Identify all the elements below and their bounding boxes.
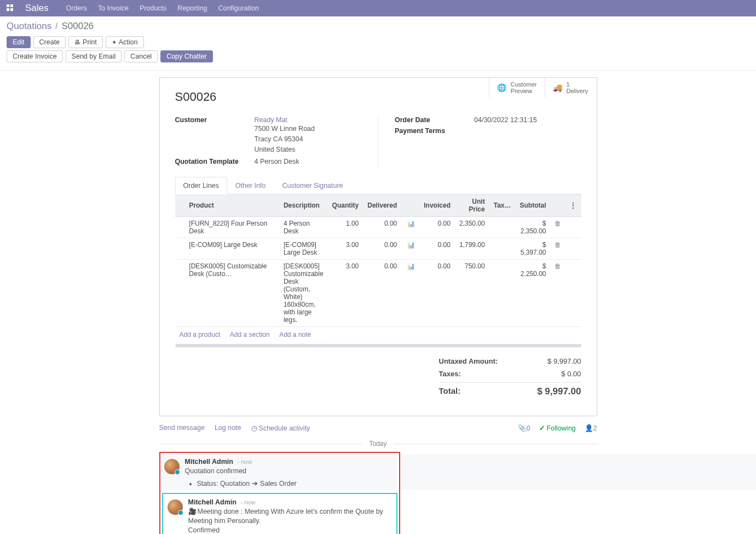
th-taxes: Tax… — [489, 194, 516, 217]
message-text: Quotation confirmed — [185, 467, 395, 476]
delivery-label: Delivery — [567, 88, 588, 94]
value-quotation-template: 4 Person Desk — [255, 158, 299, 165]
breadcrumb-root[interactable]: Quotations — [7, 21, 51, 31]
send-email-button[interactable]: Send by Email — [66, 50, 122, 62]
cell-delivered: 0.00 — [363, 217, 401, 238]
apps-icon[interactable] — [7, 4, 14, 12]
copy-chatter-button[interactable]: Copy Chatter — [160, 50, 213, 62]
stat-buttons: 🌐 Customer Preview 🚚 1 Delivery — [489, 78, 597, 97]
customer-link[interactable]: Ready Mat — [255, 116, 287, 124]
tab-order-lines[interactable]: Order Lines — [175, 177, 227, 194]
edit-button[interactable]: Edit — [7, 36, 31, 48]
svg-rect-2 — [7, 8, 9, 11]
avatar[interactable] — [164, 459, 180, 474]
th-kebab-icon[interactable]: ⋮ — [565, 194, 581, 217]
send-message-link[interactable]: Send message — [159, 424, 205, 432]
table-row[interactable]: [E-COM09] Large Desk[E-COM09] Large Desk… — [175, 238, 581, 260]
totals: Untaxed Amount: $ 9,997.00 Taxes: $ 0.00… — [439, 355, 581, 399]
stock-chart-icon[interactable]: 📊 — [407, 220, 415, 227]
create-button[interactable]: Create — [33, 36, 66, 48]
cell-taxes — [489, 217, 516, 238]
tabs: Order Lines Other Info Customer Signatur… — [175, 176, 581, 194]
trash-icon[interactable]: 🗑 — [555, 262, 561, 270]
taxes-value: $ 0.00 — [561, 370, 581, 378]
followers-count[interactable]: 👤2 — [585, 424, 597, 432]
chatter-message: Mitchell Admin - nowQuotation confirmedS… — [162, 455, 397, 490]
app-brand[interactable]: Sales — [25, 3, 49, 14]
stock-chart-icon[interactable]: 📊 — [407, 263, 415, 269]
customer-preview-top: Customer — [511, 81, 537, 88]
nav-configuration[interactable]: Configuration — [218, 4, 259, 12]
table-row[interactable]: [DESK0005] Customizable Desk (Custo…[DES… — [175, 260, 581, 327]
print-icon: 🖶 — [74, 39, 80, 45]
add-note-link[interactable]: Add a note — [279, 331, 311, 338]
taxes-label: Taxes: — [439, 370, 461, 378]
nav-products[interactable]: Products — [140, 4, 166, 12]
paperclip-icon: 📎 — [518, 424, 527, 432]
add-section-link[interactable]: Add a section — [230, 331, 270, 338]
svg-rect-1 — [10, 4, 13, 7]
schedule-activity-link[interactable]: Schedule activity — [251, 424, 310, 432]
add-product-link[interactable]: Add a product — [180, 331, 221, 338]
main: 🌐 Customer Preview 🚚 1 Delivery S00026 — [0, 71, 756, 534]
cell-subtotal: $ 5,397.00 — [515, 238, 550, 260]
nav-orders[interactable]: Orders — [66, 4, 87, 12]
addr-line-3: United States — [255, 145, 315, 155]
message-author[interactable]: Mitchell Admin — [188, 498, 236, 506]
th-description: Description — [279, 194, 328, 217]
stock-chart-icon[interactable]: 📊 — [407, 242, 415, 248]
horizontal-scrollbar[interactable] — [175, 344, 581, 347]
label-quotation-template: Quotation Template — [175, 158, 255, 165]
breadcrumb-sep: / — [55, 21, 58, 31]
cell-invoiced: 0.00 — [419, 238, 455, 260]
label-customer: Customer — [175, 116, 255, 154]
nav-to-invoice[interactable]: To Invoice — [98, 4, 129, 12]
cell-quantity: 3.00 — [328, 260, 363, 327]
customer-preview-button[interactable]: 🌐 Customer Preview — [489, 78, 545, 97]
topnav: Sales Orders To Invoice Products Reporti… — [0, 0, 756, 16]
tab-customer-signature[interactable]: Customer Signature — [274, 177, 351, 194]
total-label: Total: — [439, 386, 461, 397]
action-button[interactable]: ✦Action — [106, 36, 144, 48]
cell-unit-price: 1,799.00 — [455, 238, 489, 260]
messages-highlight-red: Mitchell Admin - nowQuotation confirmedS… — [159, 452, 400, 534]
total-value: $ 9,997.00 — [537, 386, 581, 397]
print-label: Print — [83, 38, 97, 46]
attachments-count[interactable]: 📎0 — [518, 424, 530, 432]
log-note-link[interactable]: Log note — [215, 424, 241, 432]
untaxed-label: Untaxed Amount: — [439, 357, 498, 365]
trash-icon[interactable]: 🗑 — [555, 241, 561, 249]
message-author[interactable]: Mitchell Admin — [185, 458, 233, 466]
message-time: - now — [240, 499, 255, 506]
cell-invoiced: 0.00 — [419, 260, 455, 327]
value-order-date: 04/30/2022 12:31:15 — [474, 116, 537, 124]
clock-icon — [251, 424, 259, 432]
action-label: Action — [119, 38, 138, 46]
cell-subtotal: $ 2,350.00 — [515, 217, 550, 238]
nav-reporting[interactable]: Reporting — [177, 4, 207, 12]
order-lines-table: Product Description Quantity Delivered I… — [175, 194, 581, 327]
control-area: Quotations / S00026 Edit Create 🖶Print ✦… — [0, 16, 756, 71]
cell-description: [E-COM09] Large Desk — [279, 238, 328, 260]
avatar[interactable] — [168, 499, 183, 515]
cell-description: 4 Person Desk — [279, 217, 328, 238]
cell-product: [DESK0005] Customizable Desk (Custo… — [184, 260, 279, 327]
trash-icon[interactable]: 🗑 — [555, 220, 561, 227]
th-delivered: Delivered — [363, 194, 401, 217]
tab-other-info[interactable]: Other Info — [227, 177, 274, 194]
cell-subtotal: $ 2,250.00 — [515, 260, 550, 327]
truck-icon: 🚚 — [553, 83, 562, 92]
cell-invoiced: 0.00 — [419, 217, 455, 238]
create-invoice-button[interactable]: Create Invoice — [7, 50, 63, 62]
following-button[interactable]: Following — [539, 424, 576, 432]
th-invoiced: Invoiced — [419, 194, 455, 217]
print-button[interactable]: 🖶Print — [68, 36, 103, 48]
check-icon — [539, 424, 547, 432]
delivery-button[interactable]: 🚚 1 Delivery — [545, 78, 597, 97]
table-row[interactable]: [FURN_8220] Four Person Desk4 Person Des… — [175, 217, 581, 238]
toolbar-primary: Edit Create 🖶Print ✦Action — [7, 36, 749, 48]
cancel-button[interactable]: Cancel — [124, 50, 158, 62]
cell-delivered: 0.00 — [363, 238, 401, 260]
breadcrumb-current: S00026 — [61, 21, 94, 31]
cell-quantity: 1.00 — [328, 217, 363, 238]
